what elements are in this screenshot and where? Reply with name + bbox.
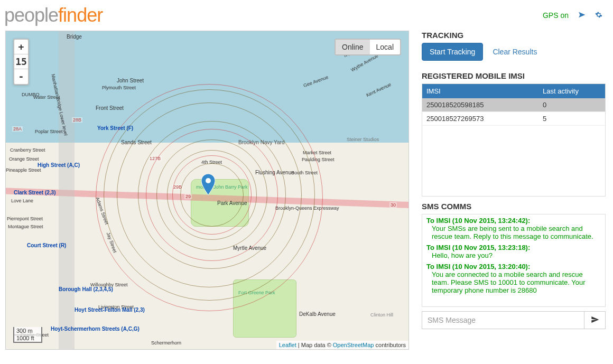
sub-borough: Borough Hall (2,3,4,5) — [59, 286, 113, 292]
imsi-title: REGISTERED MOBILE IMSI — [422, 71, 606, 80]
label-water: Water Street — [33, 95, 60, 100]
col-activity: Last activity — [538, 84, 605, 98]
sms-head: To IMSI (10 Nov 2015, 13:23:18): — [426, 244, 601, 251]
map-attribution: Leaflet | Map data © OpenStreetMap contr… — [276, 341, 408, 349]
label-clinton: Clinton Hill — [370, 312, 393, 318]
sms-title: SMS COMMS — [422, 202, 606, 211]
sms-head: To IMSI (10 Nov 2015, 13:24:42): — [426, 217, 601, 225]
hwy-30: 30 — [389, 202, 397, 208]
label-love: Love Lane — [11, 198, 33, 203]
zoom-level: 15 — [14, 54, 28, 69]
sub-court: Court Street (R) — [27, 242, 66, 248]
sms-log[interactable]: To IMSI (10 Nov 2015, 13:24:42):Your SMS… — [422, 214, 606, 307]
imsi-section: REGISTERED MOBILE IMSI IMSI Last activit… — [422, 71, 606, 197]
logo: peoplefinder — [4, 4, 103, 26]
map-scale: 300 m 1000 ft — [13, 327, 42, 342]
map[interactable]: Bridge Manhattan Bridge Lower level DUMB… — [5, 31, 409, 350]
label-dekalb: DeKalb Avenue — [299, 311, 336, 317]
label-cranberry: Cranberry Street — [10, 147, 45, 153]
tracking-section: TRACKING Start Tracking Clear Results — [422, 31, 606, 66]
tracking-controls: Start Tracking Clear Results — [422, 43, 606, 61]
label-orange: Orange Street — [9, 156, 39, 162]
header-right: GPS on — [543, 11, 602, 20]
label-steiner: Steiner Studios — [347, 137, 379, 142]
label-front: Front Street — [96, 105, 124, 111]
logo-part1: people — [4, 4, 58, 26]
imsi-table-body: 25001852059818502500185272695735 — [422, 98, 605, 195]
label-schermerhorn: Schermerhorn — [151, 340, 181, 346]
sms-message: To IMSI (10 Nov 2015, 13:24:42):Your SMS… — [426, 217, 601, 240]
location-marker-icon[interactable] — [201, 174, 215, 195]
label-bridge: Bridge — [67, 34, 82, 40]
label-montague: Montague Street — [8, 224, 43, 229]
cell-imsi: 250018527269573 — [422, 112, 538, 125]
start-tracking-button[interactable]: Start Tracking — [422, 43, 483, 61]
sub-high: High Street (A,C) — [38, 162, 80, 168]
sms-send-button[interactable] — [584, 312, 605, 329]
scale-imperial: 1000 ft — [13, 334, 42, 343]
label-poplar: Poplar Street — [35, 129, 63, 134]
map-source-toggle: Online Local — [335, 39, 401, 55]
road-bridge — [59, 31, 75, 350]
sms-body: Hello, how are you? — [426, 251, 601, 259]
table-row[interactable]: 2500185272695735 — [422, 112, 605, 126]
sms-input[interactable] — [422, 312, 584, 329]
sub-clark: Clark Street (2,3) — [14, 190, 55, 195]
sms-body: Your SMSs are being sent to a mobile sea… — [426, 225, 601, 240]
locate-icon[interactable] — [578, 11, 586, 20]
cell-activity: 0 — [538, 98, 605, 111]
clear-results-link[interactable]: Clear Results — [493, 48, 537, 56]
zoom-in-button[interactable]: + — [14, 40, 28, 54]
label-plymouth: Plymouth Street — [102, 85, 136, 90]
sms-message: To IMSI (10 Nov 2015, 13:23:18):Hello, h… — [426, 244, 601, 259]
main: Bridge Manhattan Bridge Lower level DUMB… — [0, 31, 613, 350]
sms-head: To IMSI (10 Nov 2015, 13:20:40): — [426, 263, 601, 270]
label-john: John Street — [117, 78, 144, 83]
attrib-tail: contributors — [374, 342, 406, 348]
zoom-out-button[interactable]: - — [14, 69, 28, 84]
tracking-title: TRACKING — [422, 31, 606, 40]
attrib-leaflet-link[interactable]: Leaflet — [279, 342, 296, 348]
sub-hoytsch: Hoyt-Schermerhorn Streets (A,C,G) — [51, 326, 140, 332]
sms-message: To IMSI (10 Nov 2015, 13:20:40):You are … — [426, 263, 601, 294]
attrib-sep: | Map data © — [296, 342, 333, 348]
logo-part2: finder — [58, 4, 103, 26]
sms-input-row — [422, 311, 606, 329]
send-icon — [591, 315, 599, 325]
col-imsi: IMSI — [422, 84, 538, 98]
gps-status: GPS on — [543, 11, 569, 20]
cell-activity: 5 — [538, 112, 605, 125]
svg-point-0 — [206, 178, 211, 183]
hwy-28a: 28A — [12, 126, 23, 132]
gear-icon[interactable] — [595, 11, 602, 20]
label-pierrepont: Pierrepont Street — [7, 216, 43, 221]
sms-section: SMS COMMS To IMSI (10 Nov 2015, 13:24:42… — [422, 202, 606, 329]
hwy-28b: 28B — [72, 117, 82, 123]
label-pineapple: Pineapple Street — [6, 167, 41, 173]
toggle-online[interactable]: Online — [336, 40, 369, 54]
sidebar: TRACKING Start Tracking Clear Results RE… — [422, 31, 606, 350]
toggle-local[interactable]: Local — [370, 40, 400, 54]
attrib-osm-link[interactable]: OpenStreetMap — [333, 342, 374, 348]
imsi-table: IMSI Last activity 250018520598185025001… — [422, 83, 606, 197]
sub-hoyt: Hoyt Street-Fulton Mall (2,3) — [75, 307, 145, 313]
cell-imsi: 250018520598185 — [422, 98, 538, 111]
imsi-table-head: IMSI Last activity — [422, 84, 605, 98]
header: peoplefinder GPS on — [0, 0, 613, 31]
sms-body: You are connected to a mobile search and… — [426, 270, 601, 294]
table-row[interactable]: 2500185205981850 — [422, 98, 605, 112]
zoom-control: + 15 - — [13, 39, 29, 85]
